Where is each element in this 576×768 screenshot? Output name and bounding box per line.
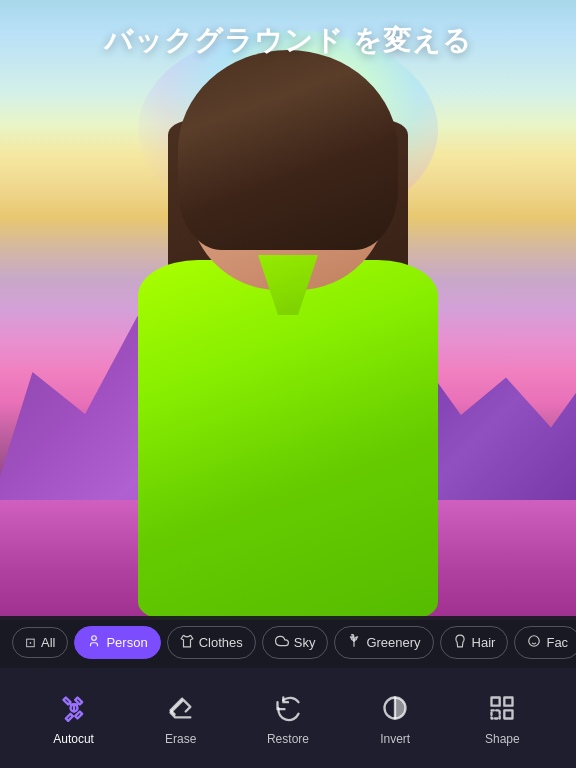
person-icon xyxy=(87,634,101,651)
hair-icon xyxy=(453,634,467,651)
svg-point-1 xyxy=(529,635,540,646)
sky-icon xyxy=(275,634,289,651)
shape-label: Shape xyxy=(485,732,520,746)
svg-rect-5 xyxy=(505,698,513,706)
photo-canvas: バックグラウンド を変える xyxy=(0,0,576,620)
tool-shape[interactable]: Shape xyxy=(472,690,532,746)
selection-face-label: Fac xyxy=(546,635,568,650)
restore-label: Restore xyxy=(267,732,309,746)
selection-all[interactable]: ⊡ All xyxy=(12,627,68,658)
invert-label: Invert xyxy=(380,732,410,746)
selection-person-label: Person xyxy=(106,635,147,650)
selection-hair-label: Hair xyxy=(472,635,496,650)
selection-face[interactable]: Fac xyxy=(514,626,576,659)
invert-icon xyxy=(377,690,413,726)
autocut-icon xyxy=(56,690,92,726)
tool-restore[interactable]: Restore xyxy=(258,690,318,746)
shape-icon xyxy=(484,690,520,726)
tool-invert[interactable]: Invert xyxy=(365,690,425,746)
selection-greenery-label: Greenery xyxy=(366,635,420,650)
svg-rect-4 xyxy=(492,698,500,706)
svg-rect-7 xyxy=(492,710,500,718)
restore-icon xyxy=(270,690,306,726)
erase-label: Erase xyxy=(165,732,196,746)
autocut-label: Autocut xyxy=(53,732,94,746)
selection-person[interactable]: Person xyxy=(74,626,160,659)
erase-icon xyxy=(163,690,199,726)
person-subject xyxy=(118,60,458,620)
person-hair xyxy=(178,50,398,250)
tool-erase[interactable]: Erase xyxy=(151,690,211,746)
selection-sky[interactable]: Sky xyxy=(262,626,329,659)
selection-all-label: All xyxy=(41,635,55,650)
svg-point-0 xyxy=(92,635,97,640)
greenery-icon xyxy=(347,634,361,651)
selection-clothes-label: Clothes xyxy=(199,635,243,650)
all-icon: ⊡ xyxy=(25,635,36,650)
selection-hair[interactable]: Hair xyxy=(440,626,509,659)
page-title: バックグラウンド を変える xyxy=(0,22,576,60)
selection-sky-label: Sky xyxy=(294,635,316,650)
tool-bar: Autocut Erase Restore xyxy=(0,668,576,768)
face-icon xyxy=(527,634,541,651)
tool-autocut[interactable]: Autocut xyxy=(44,690,104,746)
selection-greenery[interactable]: Greenery xyxy=(334,626,433,659)
svg-rect-6 xyxy=(505,710,513,718)
selection-clothes[interactable]: Clothes xyxy=(167,626,256,659)
selection-bar: ⊡ All Person Clothes Sky xyxy=(0,616,576,668)
clothes-icon xyxy=(180,634,194,651)
